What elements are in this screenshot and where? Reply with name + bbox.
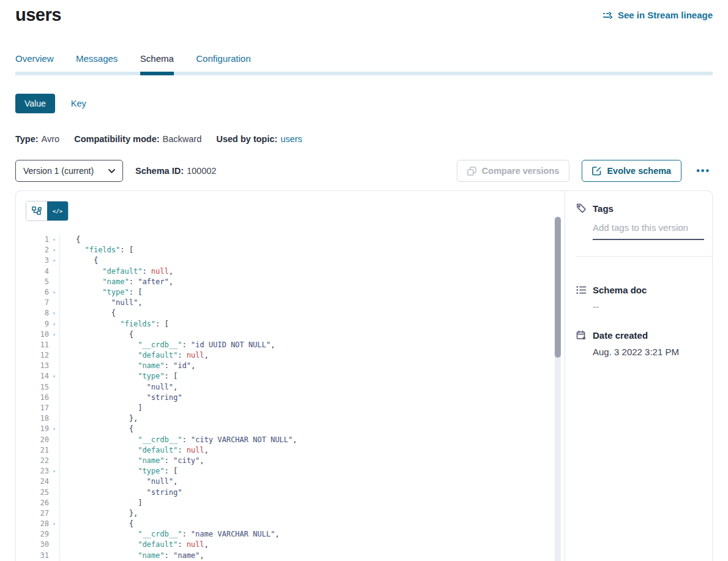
- code-text: "fields": [: [59, 245, 133, 255]
- date-created-heading: Date created: [593, 330, 648, 341]
- fold-spacer: [49, 435, 59, 445]
- fold-spacer: [49, 456, 59, 466]
- line-number: 2: [26, 245, 49, 255]
- line-number: 6: [26, 287, 49, 298]
- fold-spacer: [49, 266, 59, 277]
- code-text: "name": "after",: [59, 277, 173, 287]
- fold-toggle-icon[interactable]: ▾: [49, 245, 59, 255]
- fold-toggle-icon[interactable]: ▾: [49, 424, 59, 434]
- code-text: "default": null,: [59, 445, 209, 456]
- fold-spacer: [49, 393, 59, 403]
- version-toolbar: Version 1 (current) Schema ID:100002 Com…: [15, 160, 713, 182]
- fold-spacer: [49, 382, 59, 393]
- line-number: 24: [26, 476, 49, 487]
- compare-versions-button[interactable]: Compare versions: [457, 160, 570, 182]
- line-number: 11: [26, 340, 49, 350]
- line-number: 10: [26, 329, 49, 340]
- code-text: "default": null,: [59, 350, 209, 361]
- code-line: 18 },: [26, 413, 565, 424]
- tab-messages[interactable]: Messages: [76, 53, 118, 72]
- code-text: "__crdb__": "city VARCHAR NOT NULL",: [59, 435, 297, 445]
- code-text: "null",: [59, 476, 178, 487]
- code-line: 26 ]: [26, 498, 565, 508]
- fold-spacer: [49, 403, 59, 413]
- fold-spacer: [49, 488, 59, 498]
- code-lines: 1▾{2▾ "fields": [3▾ {4 "default": null,5…: [26, 235, 565, 561]
- tag-icon: [576, 203, 587, 214]
- tab-schema[interactable]: Schema: [140, 53, 174, 72]
- fold-toggle-icon[interactable]: ▾: [49, 235, 59, 245]
- toolbar-actions: Compare versions Evolve schema •••: [457, 160, 713, 182]
- code-line: 8▾ {: [26, 308, 565, 318]
- line-number: 1: [26, 235, 49, 245]
- code-line: 25 "string": [26, 488, 565, 498]
- tags-heading-row: Tags: [576, 203, 701, 214]
- meta-used-by-topic: Used by topic:users: [216, 134, 302, 144]
- code-line: 9▾ "fields": [: [26, 319, 565, 329]
- code-line: 7 "null",: [26, 298, 565, 308]
- tree-view-button[interactable]: [26, 201, 47, 220]
- code-line: 31 "name": "name",: [26, 551, 565, 561]
- code-line: 13 "name": "id",: [26, 361, 565, 371]
- code-text: "__crdb__": "id UUID NOT NULL",: [59, 340, 275, 350]
- more-actions-button[interactable]: •••: [694, 165, 713, 176]
- fold-spacer: [49, 476, 59, 487]
- code-line: 21 "default": null,: [26, 445, 565, 456]
- line-number: 15: [26, 382, 49, 393]
- fold-toggle-icon[interactable]: ▾: [49, 329, 59, 340]
- fold-spacer: [49, 498, 59, 508]
- line-number: 5: [26, 277, 49, 287]
- code-view-button[interactable]: </>: [47, 201, 68, 220]
- line-number: 9: [26, 319, 49, 329]
- stream-lineage-label: See in Stream lineage: [618, 10, 713, 20]
- code-line: 4 "default": null,: [26, 266, 565, 277]
- line-number: 27: [26, 508, 49, 519]
- code-line: 11 "__crdb__": "id UUID NOT NULL",: [26, 340, 565, 350]
- line-number: 25: [26, 488, 49, 498]
- code-line: 6▾ "type": [: [26, 287, 565, 298]
- code-line: 3▾ {: [26, 255, 565, 266]
- value-toggle-button[interactable]: Value: [15, 94, 55, 113]
- stream-lineage-link[interactable]: See in Stream lineage: [602, 10, 713, 20]
- fold-spacer: [49, 445, 59, 456]
- code-text: "default": null,: [59, 540, 209, 550]
- fold-toggle-icon[interactable]: ▾: [49, 519, 59, 529]
- fold-toggle-icon[interactable]: ▾: [49, 287, 59, 298]
- code-line: 28▾ {: [26, 519, 565, 529]
- stream-lineage-icon: [602, 11, 613, 20]
- schema-doc-heading: Schema doc: [593, 285, 647, 295]
- fold-toggle-icon[interactable]: ▾: [49, 371, 59, 382]
- code-line: 30 "default": null,: [26, 540, 565, 550]
- version-select[interactable]: Version 1 (current): [15, 160, 123, 182]
- value-key-toggle: Value Key: [15, 94, 713, 113]
- fold-toggle-icon[interactable]: ▾: [49, 255, 59, 266]
- code-text: "default": null,: [59, 266, 173, 277]
- schema-panel: </> 1▾{2▾ "fields": [3▾ {4 "default": nu…: [15, 190, 713, 561]
- fold-toggle-icon[interactable]: ▾: [49, 308, 59, 318]
- date-created-value: Aug. 3 2022 3:21 PM: [593, 347, 701, 357]
- sidebar-divider: [576, 256, 712, 257]
- fold-spacer: [49, 540, 59, 550]
- code-line: 2▾ "fields": [: [26, 245, 565, 255]
- topic-link[interactable]: users: [280, 134, 302, 144]
- line-number: 4: [26, 266, 49, 277]
- scrollbar-thumb[interactable]: [555, 217, 561, 358]
- add-tags-input[interactable]: [593, 222, 704, 240]
- code-line: 20 "__crdb__": "city VARCHAR NOT NULL",: [26, 435, 565, 445]
- code-line: 5 "name": "after",: [26, 277, 565, 287]
- fold-toggle-icon[interactable]: ▾: [49, 466, 59, 476]
- line-number: 21: [26, 445, 49, 456]
- evolve-schema-button[interactable]: Evolve schema: [582, 160, 681, 182]
- code-line: 23▾ "type": [: [26, 466, 565, 476]
- tab-overview[interactable]: Overview: [15, 53, 54, 72]
- code-line: 24 "null",: [26, 476, 565, 487]
- tab-configuration[interactable]: Configuration: [196, 53, 250, 72]
- editor-scrollbar[interactable]: [555, 217, 561, 561]
- fold-toggle-icon[interactable]: ▾: [49, 319, 59, 329]
- line-number: 19: [26, 424, 49, 434]
- code-text: "fields": [: [59, 319, 169, 329]
- fold-spacer: [49, 413, 59, 424]
- key-toggle-link[interactable]: Key: [71, 99, 86, 108]
- schema-doc-section: Schema doc --: [576, 285, 701, 312]
- code-text: ]: [59, 403, 142, 413]
